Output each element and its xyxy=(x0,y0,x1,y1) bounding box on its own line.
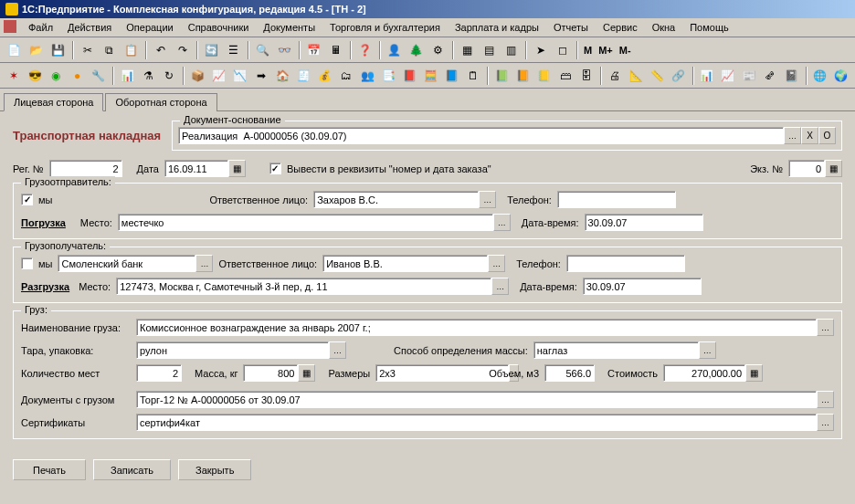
tb2-icon-4[interactable]: ● xyxy=(68,66,88,86)
tb2-icon-21[interactable]: 📘 xyxy=(442,66,462,86)
cargo-mass-input[interactable] xyxy=(243,364,298,382)
menu-operations[interactable]: Операции xyxy=(120,20,179,35)
tb2-icon-12[interactable]: ➡ xyxy=(251,66,271,86)
tb2-icon-14[interactable]: 🧾 xyxy=(293,66,313,86)
tb2-icon-23[interactable]: 📗 xyxy=(491,66,512,86)
tb-settings-icon[interactable]: ⚙ xyxy=(428,40,449,60)
tb-box-icon[interactable]: ◻ xyxy=(552,40,573,60)
menu-documents[interactable]: Документы xyxy=(257,20,322,35)
tb2-icon-7[interactable]: ⚗ xyxy=(138,66,158,86)
tb2-icon-35[interactable]: 🗞 xyxy=(760,66,780,86)
tb-mem-mminus[interactable]: M- xyxy=(617,45,634,56)
sender-place-pick-button[interactable] xyxy=(493,214,511,231)
tb2-icon-1[interactable]: ✶ xyxy=(4,66,24,86)
receiver-unload-link[interactable]: Разгрузка xyxy=(21,281,69,292)
tb2-icon-16[interactable]: 🗂 xyxy=(336,66,356,86)
cargo-name-pick-button[interactable] xyxy=(817,319,834,336)
tb2-icon-26[interactable]: 🗃 xyxy=(555,66,575,86)
receiver-org-pick-button[interactable] xyxy=(195,255,213,272)
menu-actions[interactable]: Действия xyxy=(61,20,118,35)
sender-place-input[interactable] xyxy=(118,214,493,231)
receiver-we-checkbox[interactable] xyxy=(21,257,33,269)
tb-paste-icon[interactable]: 📋 xyxy=(121,40,142,60)
sender-dt-input[interactable] xyxy=(585,214,703,231)
tb-grid1-icon[interactable]: ▦ xyxy=(457,40,478,60)
tb-calendar-icon[interactable]: 📅 xyxy=(303,40,324,60)
cargo-docs-pick-button[interactable] xyxy=(817,391,834,408)
receiver-place-pick-button[interactable] xyxy=(491,278,509,295)
receiver-dt-input[interactable] xyxy=(583,278,702,295)
tab-back-side[interactable]: Оборотная сторона xyxy=(105,93,216,111)
tb-grid3-icon[interactable]: ▥ xyxy=(501,40,522,60)
tb-cut-icon[interactable]: ✂ xyxy=(77,40,98,60)
tb2-icon-24[interactable]: 📙 xyxy=(512,66,533,86)
sender-resp-pick-button[interactable] xyxy=(479,191,496,208)
tb2-icon-10[interactable]: 📈 xyxy=(209,66,229,86)
menu-windows[interactable]: Окна xyxy=(646,20,682,35)
menu-help[interactable]: Помощь xyxy=(683,20,735,35)
menu-file[interactable]: Файл xyxy=(22,20,59,35)
tb-calc-icon[interactable]: 🖩 xyxy=(325,40,346,60)
menu-reports[interactable]: Отчеты xyxy=(547,20,595,35)
tb-arrow-icon[interactable]: ➤ xyxy=(530,40,551,60)
basis-clear-button[interactable] xyxy=(801,127,818,144)
cargo-cert-pick-button[interactable] xyxy=(817,414,834,431)
sender-resp-input[interactable] xyxy=(313,191,479,208)
tb-new-icon[interactable]: 📄 xyxy=(4,40,25,60)
cargo-name-input[interactable] xyxy=(136,319,817,336)
menu-service[interactable]: Сервис xyxy=(596,20,644,35)
tb2-globe-icon[interactable]: 🌐 xyxy=(810,66,830,86)
basis-pick-button[interactable] xyxy=(784,127,801,144)
tb2-icon-19[interactable]: 📕 xyxy=(399,66,419,86)
tb-save-icon[interactable]: 💾 xyxy=(48,40,69,60)
tab-front-side[interactable]: Лицевая сторона xyxy=(4,93,103,111)
tb2-icon-27[interactable]: 🗄 xyxy=(576,66,596,86)
cargo-mass-button[interactable] xyxy=(298,364,315,382)
tb-help-icon[interactable]: ❓ xyxy=(354,40,375,60)
tb2-icon-22[interactable]: 🗒 xyxy=(463,66,483,86)
tb2-icon-31[interactable]: 🔗 xyxy=(669,66,689,86)
receiver-org-input[interactable] xyxy=(58,255,195,272)
receiver-phone-input[interactable] xyxy=(566,255,685,272)
tb-mem-m[interactable]: M xyxy=(581,45,595,56)
tb2-icon-3[interactable]: ◉ xyxy=(46,66,66,86)
cargo-cost-button[interactable] xyxy=(745,364,763,382)
tb2-icon-28[interactable]: 🖨 xyxy=(605,66,625,86)
cargo-massmethod-input[interactable] xyxy=(533,341,699,359)
tb-tree-icon[interactable]: 🌲 xyxy=(406,40,427,60)
tb-list-icon[interactable]: ☰ xyxy=(223,40,244,60)
print-button[interactable]: Печать xyxy=(13,459,86,480)
tb-user-icon[interactable]: 👤 xyxy=(384,40,405,60)
tb-copy-icon[interactable]: ⧉ xyxy=(99,40,120,60)
tb2-icon-33[interactable]: 📈 xyxy=(718,66,738,86)
sender-phone-input[interactable] xyxy=(557,191,676,208)
cargo-pack-pick-button[interactable] xyxy=(329,341,346,359)
tb2-icon-5[interactable]: 🔧 xyxy=(89,66,109,86)
tb-binoculars-icon[interactable]: 👓 xyxy=(274,40,295,60)
menu-trade-accounting[interactable]: Торговля и бухгалтерия xyxy=(323,20,447,35)
copy-no-input[interactable] xyxy=(788,160,825,177)
cargo-docs-input[interactable] xyxy=(136,391,817,408)
basis-input[interactable] xyxy=(178,127,784,144)
tb2-icon-32[interactable]: 📊 xyxy=(697,66,717,86)
tb2-icon-34[interactable]: 📰 xyxy=(739,66,759,86)
tb2-icon-17[interactable]: 👥 xyxy=(357,66,377,86)
sender-we-checkbox[interactable] xyxy=(21,194,33,205)
show-requisites-checkbox[interactable] xyxy=(269,163,281,174)
tb2-icon-9[interactable]: 📦 xyxy=(187,66,207,86)
tb-find-icon[interactable]: 🔍 xyxy=(252,40,273,60)
tb2-icon-29[interactable]: 📐 xyxy=(626,66,646,86)
cargo-volume-input[interactable] xyxy=(544,364,595,382)
tb-undo-icon[interactable]: ↶ xyxy=(150,40,171,60)
receiver-resp-pick-button[interactable] xyxy=(488,255,505,272)
cargo-massmethod-pick-button[interactable] xyxy=(699,341,716,359)
menu-hr[interactable]: Зарплата и кадры xyxy=(449,20,545,35)
copy-no-button[interactable] xyxy=(825,160,842,177)
tb2-icon-8[interactable]: ↻ xyxy=(159,66,179,86)
save-button[interactable]: Записать xyxy=(93,459,171,480)
basis-open-button[interactable] xyxy=(818,127,836,144)
tb-redo-icon[interactable]: ↷ xyxy=(172,40,193,60)
tb-mem-mplus[interactable]: M+ xyxy=(596,45,616,56)
tb2-icon-15[interactable]: 💰 xyxy=(315,66,335,86)
date-input[interactable] xyxy=(164,160,228,177)
